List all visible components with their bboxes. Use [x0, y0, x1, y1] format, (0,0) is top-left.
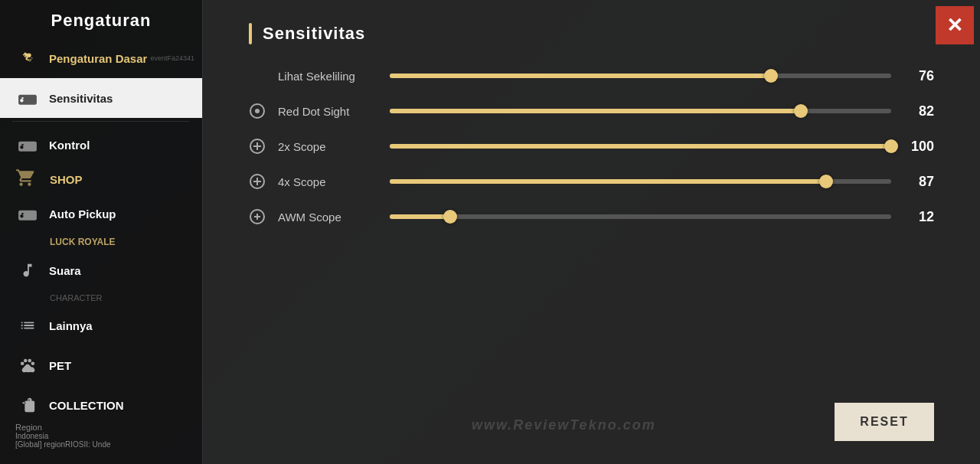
section-title: Sensitivitas	[263, 24, 365, 44]
awm-scope-thumb[interactable]	[443, 210, 457, 224]
section-bar	[249, 23, 252, 44]
sidebar-label-lainnya: Lainnya	[49, 319, 93, 332]
red-dot-sight-thumb[interactable]	[794, 104, 808, 118]
region-value: Indonesia	[15, 432, 111, 440]
4x-scope-label: 4x Scope	[278, 175, 377, 188]
main-content: ✕ Sensitivitas Lihat Sekeliling 76 Red D…	[203, 0, 980, 464]
collection-icon	[15, 393, 40, 417]
4x-scope-thumb[interactable]	[819, 175, 833, 188]
awm-scope-icon	[249, 208, 266, 225]
4x-scope-track[interactable]	[390, 179, 891, 184]
awm-scope-value: 12	[903, 209, 934, 225]
sidebar-item-collection[interactable]: COLLECTION	[0, 385, 202, 425]
music-icon	[15, 258, 40, 283]
sidebar-item-suara[interactable]: Suara	[0, 250, 202, 290]
sidebar-label-kontrol: Kontrol	[49, 139, 90, 152]
red-dot-sight-label: Red Dot Sight	[278, 105, 377, 118]
region-detail: [Global] regionRIOSII: Unde	[15, 440, 111, 449]
svg-point-2	[28, 359, 31, 363]
lihat-sekeliling-label: Lihat Sekeliling	[278, 70, 377, 83]
character-label: CHARACTER	[0, 290, 202, 306]
reset-label: RESET	[860, 415, 908, 428]
sidebar-label-pengaturan-dasar: Pengaturan Dasar	[49, 52, 147, 65]
lihat-sekeliling-track[interactable]	[390, 74, 891, 78]
awm-scope-fill	[390, 214, 450, 219]
sidebar-label-suara: Suara	[49, 264, 81, 277]
luck-royale-label: LUCK ROYALE	[0, 234, 202, 250]
slider-row-2x-scope: 2x Scope 100	[249, 138, 934, 155]
close-icon: ✕	[946, 15, 963, 35]
sidebar-item-pengaturan-dasar[interactable]: Pengaturan Dasar eventFa24341	[0, 38, 202, 78]
gamepad-icon-kontrol	[15, 132, 40, 157]
4x-scope-icon	[249, 173, 266, 190]
section-title-row: Sensitivitas	[249, 23, 934, 44]
lihat-sekeliling-icon	[249, 67, 266, 84]
2x-scope-value: 100	[903, 139, 934, 155]
awm-scope-label: AWM Scope	[278, 211, 377, 224]
red-dot-sight-icon	[249, 103, 266, 119]
2x-scope-track[interactable]	[390, 144, 891, 149]
slider-row-awm-scope: AWM Scope 12	[249, 208, 934, 225]
2x-scope-thumb[interactable]	[884, 139, 898, 153]
4x-scope-value: 87	[903, 174, 934, 190]
red-dot-sight-value: 82	[903, 103, 934, 119]
sidebar-title: Pengaturan	[0, 0, 202, 38]
gamepad-icon-sens	[15, 86, 40, 110]
sidebar-bottom: Region Indonesia [Global] regionRIOSII: …	[15, 423, 111, 449]
sidebar: Pengaturan Pengaturan Dasar eventFa24341…	[0, 0, 203, 464]
svg-point-0	[21, 361, 24, 365]
sidebar-label-auto-pickup: Auto Pickup	[49, 207, 116, 221]
sidebar-label-collection: COLLECTION	[49, 399, 124, 412]
lihat-sekeliling-fill	[390, 74, 771, 78]
gamepad-icon-auto	[15, 201, 40, 226]
sidebar-item-auto-pickup[interactable]: Auto Pickup	[0, 194, 202, 234]
sidebar-label-sensitivitas: Sensitivitas	[49, 92, 113, 105]
lihat-sekeliling-value: 76	[903, 68, 934, 84]
sidebar-label-pet: PET	[49, 359, 71, 372]
sidebar-item-sensitivitas[interactable]: Sensitivitas	[0, 78, 202, 118]
list-icon	[15, 313, 40, 338]
red-dot-sight-track[interactable]	[390, 109, 891, 113]
sidebar-item-lainnya[interactable]: Lainnya	[0, 306, 202, 345]
2x-scope-fill	[390, 144, 891, 149]
awm-scope-track[interactable]	[390, 214, 891, 219]
lihat-sekeliling-thumb[interactable]	[764, 69, 778, 83]
region-label: Region	[15, 423, 111, 432]
close-button[interactable]: ✕	[936, 6, 974, 44]
2x-scope-icon	[249, 138, 266, 155]
sidebar-shop-deco: SHOP	[0, 165, 202, 194]
wrench-icon	[15, 46, 40, 70]
red-dot-sight-fill	[390, 109, 801, 113]
slider-row-lihat-sekeliling: Lihat Sekeliling 76	[249, 67, 934, 84]
4x-scope-fill	[390, 179, 826, 184]
pet-icon	[15, 353, 40, 377]
slider-row-red-dot-sight: Red Dot Sight 82	[249, 103, 934, 119]
username-badge: eventFa24341	[150, 54, 194, 62]
divider-1	[12, 121, 190, 122]
sidebar-item-kontrol[interactable]: Kontrol	[0, 125, 202, 165]
svg-point-3	[31, 361, 35, 365]
sidebar-item-pet[interactable]: PET	[0, 345, 202, 385]
2x-scope-label: 2x Scope	[278, 140, 377, 153]
awm-scope-bg	[390, 214, 891, 219]
reset-button[interactable]: RESET	[835, 403, 934, 441]
svg-point-1	[24, 359, 28, 363]
slider-row-4x-scope: 4x Scope 87	[249, 173, 934, 190]
